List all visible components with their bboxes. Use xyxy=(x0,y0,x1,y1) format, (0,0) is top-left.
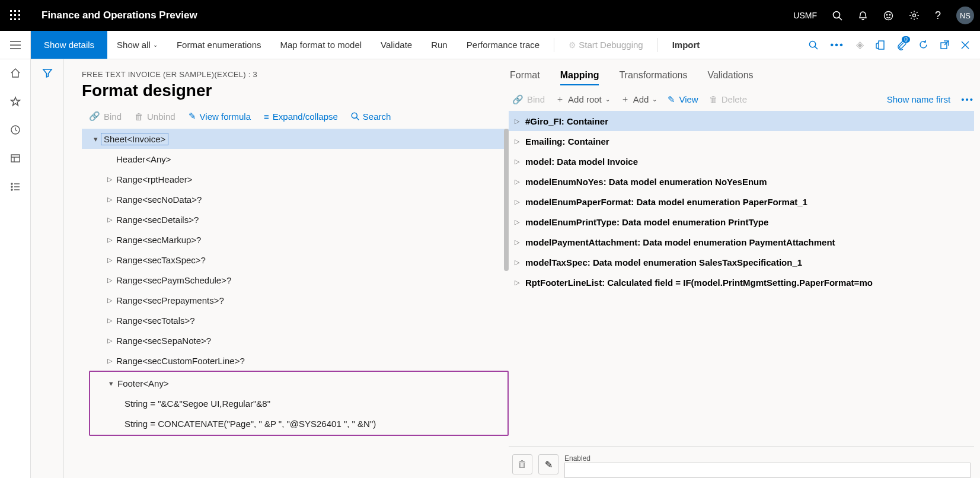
filter-icon[interactable] xyxy=(42,68,53,478)
svg-rect-25 xyxy=(11,155,20,162)
diamond-icon[interactable]: ◈ xyxy=(856,39,864,51)
map-format-button[interactable]: Map format to model xyxy=(271,31,372,59)
chevron-right-icon xyxy=(104,196,115,203)
add-root-dropdown[interactable]: ＋Add root⌄ xyxy=(556,94,610,105)
tree-root[interactable]: Sheet<Invoice> xyxy=(82,129,509,149)
avatar[interactable]: NS xyxy=(956,7,974,24)
mapping-row[interactable]: model: Data model Invoice xyxy=(509,151,974,171)
tree-item[interactable]: Range<rptHeader> xyxy=(82,169,509,189)
search-button[interactable]: Search xyxy=(351,111,391,122)
show-name-first-button[interactable]: Show name first xyxy=(887,94,951,104)
popout-icon[interactable] xyxy=(940,40,949,49)
refresh-icon[interactable] xyxy=(918,40,928,50)
star-icon[interactable] xyxy=(10,96,21,107)
svg-point-32 xyxy=(11,189,12,190)
tree-item-string[interactable]: String = "&C&"Segoe UI,Regular"&8" xyxy=(90,393,507,413)
chevron-right-icon xyxy=(104,297,115,304)
view-formula-button[interactable]: ✎View formula xyxy=(189,111,251,122)
format-toolbar: 🔗Bind 🗑Unbind ✎View formula ≡Expand/coll… xyxy=(82,111,509,122)
svg-line-35 xyxy=(356,117,359,120)
tab-transformations[interactable]: Transformations xyxy=(619,70,687,85)
workspace-icon[interactable] xyxy=(10,153,21,164)
tab-validations[interactable]: Validations xyxy=(707,70,753,85)
svg-point-14 xyxy=(912,14,915,17)
more-icon[interactable]: ••• xyxy=(830,39,844,51)
mapping-row[interactable]: modelEnumPaperFormat: Data model enumera… xyxy=(509,192,974,212)
smiley-icon[interactable] xyxy=(883,11,893,21)
tab-format[interactable]: Format xyxy=(510,70,540,85)
svg-rect-8 xyxy=(18,18,20,20)
format-tree: Sheet<Invoice> Header<Any> Range<rptHead… xyxy=(82,129,509,436)
home-icon[interactable] xyxy=(10,68,21,78)
command-bar: Show details Show all ⌄ Format enumerati… xyxy=(0,31,980,59)
tree-item[interactable]: Range<secDetails>? xyxy=(82,209,509,230)
import-button[interactable]: Import xyxy=(663,31,710,59)
tree-item[interactable]: Range<secTotals>? xyxy=(82,310,509,330)
search-command-icon[interactable] xyxy=(809,40,818,50)
chevron-down-icon xyxy=(106,379,116,388)
show-details-button[interactable]: Show details xyxy=(31,31,107,59)
view-button[interactable]: ✎View xyxy=(668,94,698,105)
tree-item[interactable]: Range<secCustomFooterLine>? xyxy=(82,350,509,371)
enabled-input[interactable] xyxy=(564,463,971,478)
tree-item[interactable]: Range<secPrepayments>? xyxy=(82,290,509,310)
bind-button-right[interactable]: 🔗Bind xyxy=(512,94,545,105)
delete-button[interactable]: 🗑Delete xyxy=(709,94,747,104)
trash-icon[interactable]: 🗑 xyxy=(512,454,532,474)
mapping-row[interactable]: modelEnumPrintType: Data model enumerati… xyxy=(509,212,974,232)
attachment-badge: 0 xyxy=(902,36,910,43)
performance-trace-button[interactable]: Performance trace xyxy=(457,31,549,59)
property-panel: 🗑 ✎ Enabled xyxy=(509,447,974,478)
tree-item-footer[interactable]: Footer<Any> xyxy=(90,373,507,393)
left-rail xyxy=(0,59,31,478)
recent-icon[interactable] xyxy=(10,125,21,135)
format-tree-pane: FREE TEXT INVOICE (ER SAMPLE)(EXCEL) : 3… xyxy=(64,59,509,478)
tree-item[interactable]: Range<secSepaNote>? xyxy=(82,330,509,350)
expand-collapse-button[interactable]: ≡Expand/collapse xyxy=(264,111,338,122)
footer-highlight: Footer<Any> String = "&C&"Segoe UI,Regul… xyxy=(89,371,509,436)
tree-item[interactable]: Range<secNoData>? xyxy=(82,189,509,209)
list-icon[interactable] xyxy=(10,181,21,192)
close-icon[interactable] xyxy=(961,41,969,49)
mapping-row[interactable]: RptFooterLineList: Calculated field = IF… xyxy=(509,272,974,292)
edit-icon[interactable]: ✎ xyxy=(538,454,558,474)
add-dropdown[interactable]: ＋Add⌄ xyxy=(621,94,657,105)
start-debugging-button[interactable]: ⚙ Start Debugging xyxy=(559,31,653,59)
tree-item[interactable]: Range<secTaxSpec>? xyxy=(82,250,509,270)
mapping-row[interactable]: #Giro_FI: Container xyxy=(509,111,974,131)
attachment-icon[interactable]: 0 xyxy=(897,40,906,50)
validate-button[interactable]: Validate xyxy=(371,31,422,59)
show-all-dropdown[interactable]: Show all ⌄ xyxy=(107,31,167,59)
chevron-right-icon xyxy=(104,236,115,244)
tree-item[interactable]: Range<secMarkup>? xyxy=(82,230,509,250)
breadcrumb: FREE TEXT INVOICE (ER SAMPLE)(EXCEL) : 3 xyxy=(82,70,509,79)
mapping-row[interactable]: modelEnumNoYes: Data model enumeration N… xyxy=(509,171,974,192)
office-icon[interactable] xyxy=(876,40,885,50)
format-enumerations-button[interactable]: Format enumerations xyxy=(167,31,271,59)
tree-item[interactable]: Range<secPaymSchedule>? xyxy=(82,270,509,290)
bind-button[interactable]: 🔗Bind xyxy=(89,111,122,122)
help-icon[interactable]: ? xyxy=(935,9,941,22)
gear-icon[interactable] xyxy=(909,10,920,21)
chevron-right-icon xyxy=(515,238,525,246)
tab-mapping[interactable]: Mapping xyxy=(560,70,599,85)
hamburger-icon[interactable] xyxy=(0,31,31,59)
svg-line-19 xyxy=(815,46,818,49)
mapping-pane: Format Mapping Transformations Validatio… xyxy=(509,59,980,478)
run-button[interactable]: Run xyxy=(422,31,457,59)
chevron-down-icon[interactable] xyxy=(90,135,101,144)
tree-item-string[interactable]: String = CONCATENATE("Page", " &P ", "@S… xyxy=(90,413,507,434)
mapping-row[interactable]: Emailing: Container xyxy=(509,131,974,151)
mapping-row[interactable]: modelTaxSpec: Data model enumeration Sal… xyxy=(509,252,974,272)
scrollbar[interactable] xyxy=(504,129,509,271)
bell-icon[interactable] xyxy=(858,11,868,21)
company-code[interactable]: USMF xyxy=(793,11,817,20)
chevron-right-icon xyxy=(515,178,525,186)
unbind-button[interactable]: 🗑Unbind xyxy=(135,111,175,122)
more-icon[interactable]: ••• xyxy=(961,94,974,104)
waffle-menu-icon[interactable] xyxy=(6,6,25,25)
chevron-right-icon xyxy=(515,158,525,165)
search-icon[interactable] xyxy=(832,11,842,21)
mapping-row[interactable]: modelPaymentAttachment: Data model enume… xyxy=(509,232,974,252)
tree-item[interactable]: Header<Any> xyxy=(82,149,509,169)
